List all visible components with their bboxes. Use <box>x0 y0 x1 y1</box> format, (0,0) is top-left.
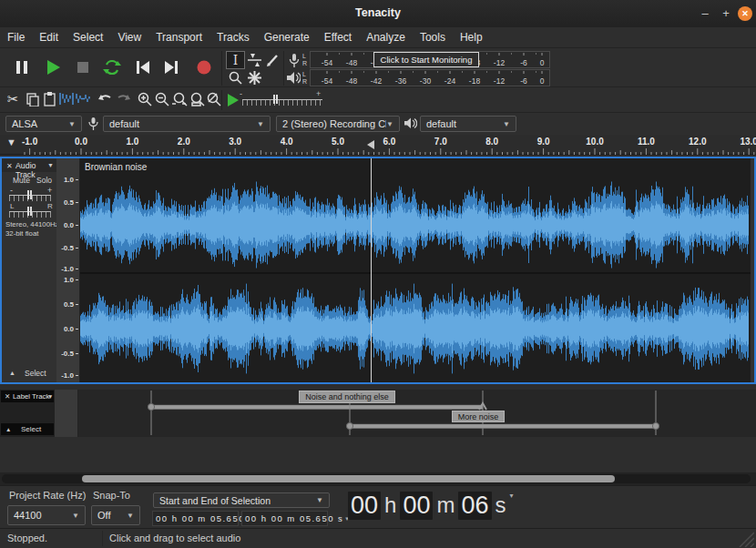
skip-to-end-button[interactable] <box>162 58 180 76</box>
resize-grip[interactable] <box>734 531 754 547</box>
scrollbar-thumb[interactable] <box>82 475 615 482</box>
selection-start-field[interactable]: 00 h 00 m 05.650 s▾ <box>152 511 239 526</box>
trim-audio-icon <box>58 92 75 106</box>
silence-audio-button[interactable] <box>75 92 91 106</box>
zoom-toggle-button[interactable] <box>206 91 222 107</box>
vruler-tick <box>76 279 78 280</box>
solo-button[interactable]: Solo <box>36 176 52 185</box>
menu-item-view[interactable]: View <box>110 27 148 44</box>
label-track[interactable]: ✕ Label Track ▼ ▲ Select Noise and nothi… <box>0 390 756 437</box>
maximize-button[interactable]: + <box>719 6 733 21</box>
skip-to-start-button[interactable] <box>134 58 152 76</box>
pause-button[interactable] <box>13 58 31 76</box>
vruler-tick <box>76 329 78 330</box>
selection-tool-button[interactable]: I <box>227 52 244 68</box>
zoom-in-button[interactable] <box>137 91 153 107</box>
cut-button[interactable]: ✂ <box>7 91 19 107</box>
play-icon <box>44 58 62 76</box>
recording-channels-dropdown[interactable]: 2 (Stereo) Recording Cha...▼ <box>276 116 400 132</box>
gain-slider-thumb[interactable] <box>27 190 32 199</box>
selection-end-field[interactable]: 00 h 00 m 05.650 s▾ <box>241 511 328 526</box>
close-button[interactable]: ✕ <box>738 6 752 21</box>
menu-item-tracks[interactable]: Tracks <box>209 27 257 44</box>
pan-slider-thumb[interactable] <box>27 207 32 216</box>
menu-item-help[interactable]: Help <box>453 27 490 44</box>
menu-item-select[interactable]: Select <box>66 27 110 44</box>
fit-selection-button[interactable] <box>171 91 189 107</box>
play-at-speed-button[interactable] <box>225 93 240 107</box>
stop-button[interactable] <box>74 58 92 76</box>
copy-icon <box>26 92 40 107</box>
menu-item-generate[interactable]: Generate <box>257 27 317 44</box>
trim-audio-button[interactable] <box>58 92 75 106</box>
multi-tool-button[interactable] <box>246 69 263 86</box>
menu-item-effect[interactable]: Effect <box>317 27 359 44</box>
big-time-digits[interactable]: 00 <box>348 492 381 520</box>
audio-track[interactable]: ✕ Audio Track ▼ Mute Solo - + L R Stereo… <box>0 157 756 384</box>
paste-button[interactable] <box>43 91 56 107</box>
close-track-icon[interactable]: ✕ <box>6 162 13 170</box>
playback-device-value: default <box>426 118 456 129</box>
timeline-label: 7.0 <box>425 137 456 147</box>
track-menu-chevron-icon[interactable]: ▼ <box>47 162 54 168</box>
track-format-line2: 32-bit float <box>5 229 38 238</box>
copy-button[interactable] <box>26 92 40 107</box>
play-speed-slider-thumb[interactable] <box>273 95 278 104</box>
monitoring-tooltip[interactable]: Click to Start Monitoring <box>373 52 479 67</box>
waveform-area[interactable]: Brownian noise <box>80 158 751 382</box>
undo-button[interactable] <box>97 92 113 106</box>
big-time-unit[interactable]: h <box>381 492 400 518</box>
project-rate-dropdown[interactable]: 44100▼ <box>7 505 86 525</box>
menu-item-file[interactable]: File <box>0 27 32 44</box>
zoom-toggle-icon <box>206 91 222 107</box>
tenacity-window: Tenacity – + ✕ FileEditSelectViewTranspo… <box>0 0 756 548</box>
skip-to-start-icon <box>134 58 152 76</box>
big-time-digits[interactable]: 06 <box>458 492 491 520</box>
audio-position-display[interactable]: 00h00m06s▾ <box>348 488 514 523</box>
envelope-tool-button[interactable] <box>246 52 263 68</box>
recording-device-dropdown[interactable]: default▼ <box>103 116 271 132</box>
playback-meter[interactable]: -54-48-42-36-30-24-18-12-60 <box>310 69 550 86</box>
menu-item-analyze[interactable]: Analyze <box>359 27 413 44</box>
horizontal-scrollbar[interactable] <box>0 472 756 485</box>
big-time-unit[interactable]: m <box>433 492 458 518</box>
big-time-unit[interactable]: s <box>492 492 510 518</box>
vruler-label: 0.0 <box>56 221 74 229</box>
minimize-button[interactable]: – <box>698 6 712 21</box>
collapse-track-icon[interactable]: ▲ <box>9 370 15 376</box>
fit-project-button[interactable] <box>189 91 207 107</box>
track-header[interactable]: ✕ Audio Track ▼ <box>2 159 56 172</box>
play-meter-right-label: R <box>302 78 307 85</box>
play-button[interactable] <box>44 58 62 76</box>
selection-mode-dropdown[interactable]: Start and End of Selection▼ <box>153 492 330 508</box>
vertical-ruler[interactable]: 1.00.50.0-0.5-1.01.00.50.0-0.5-1.0 <box>56 158 80 382</box>
vruler-label: -1.0 <box>56 371 74 380</box>
chevron-down-icon[interactable]: ▾ <box>510 492 514 500</box>
label-text-box[interactable]: Noise and nothing else <box>299 391 395 403</box>
label-text-box[interactable]: More noise <box>452 411 505 422</box>
draw-tool-button[interactable] <box>264 52 281 68</box>
snap-to-dropdown[interactable]: Off▼ <box>91 505 140 525</box>
play-speed-slider[interactable] <box>242 99 322 106</box>
clip-name[interactable]: Brownian noise <box>85 162 147 172</box>
playback-device-dropdown[interactable]: default▼ <box>420 116 516 132</box>
menu-item-tools[interactable]: Tools <box>413 27 453 44</box>
chevron-down-icon: ▼ <box>316 496 323 504</box>
timeline-ruler[interactable]: ▼ -1.00.01.02.03.04.05.06.07.08.09.010.0… <box>0 135 756 155</box>
speed-slider-min: - <box>240 89 242 98</box>
toolbar-separator <box>221 51 222 86</box>
zoom-out-button[interactable] <box>154 91 170 107</box>
zoom-tool-button[interactable] <box>227 69 244 86</box>
redo-button[interactable] <box>116 92 132 106</box>
title-bar[interactable]: Tenacity – + ✕ <box>0 0 756 27</box>
play-meter-speaker-icon <box>286 70 301 86</box>
mute-button[interactable]: Mute <box>13 176 30 185</box>
loop-button[interactable] <box>102 57 122 77</box>
timeline-label: 1.0 <box>117 137 148 147</box>
big-time-digits[interactable]: 00 <box>400 492 433 520</box>
track-select-button[interactable]: Select <box>25 369 46 378</box>
record-button[interactable] <box>195 58 213 76</box>
menu-item-transport[interactable]: Transport <box>148 27 209 44</box>
audio-host-dropdown[interactable]: ALSA▼ <box>5 116 82 132</box>
menu-item-edit[interactable]: Edit <box>32 27 66 44</box>
